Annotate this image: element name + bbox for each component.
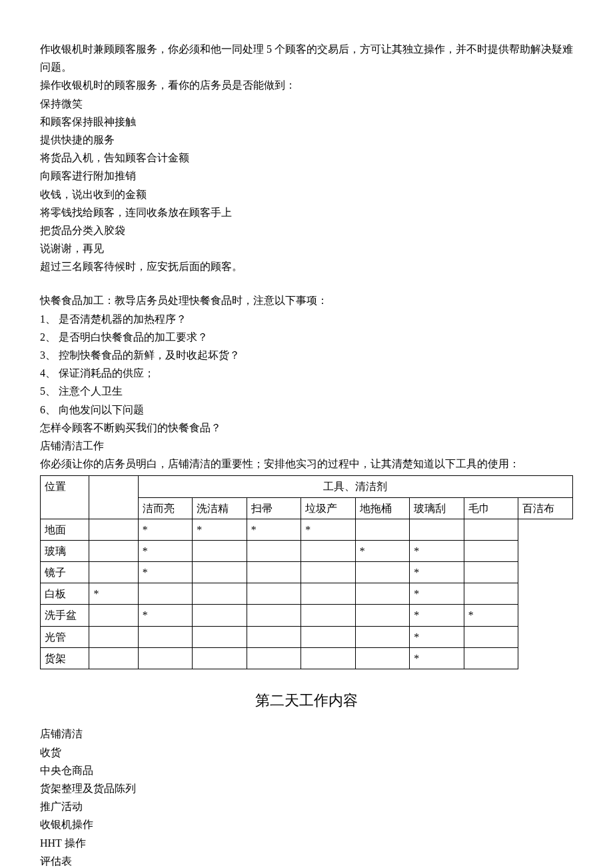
cell [193, 605, 247, 626]
body-text: 货架整理及货品陈列 [40, 779, 573, 797]
body-text: 把货品分类入胶袋 [40, 221, 573, 239]
cell [193, 562, 247, 583]
table-header-row: 位置 工具、清洁剂 [41, 476, 573, 497]
cell [89, 626, 138, 647]
cell: * [138, 540, 193, 561]
row-label: 地面 [41, 519, 89, 540]
cell [355, 626, 410, 647]
body-text: 将货品入机，告知顾客合计金额 [40, 149, 573, 167]
cell: * [410, 605, 464, 626]
body-text: 提供快捷的服务 [40, 131, 573, 149]
body-text: 超过三名顾客待候时，应安抚后面的顾客。 [40, 257, 573, 275]
cell [89, 562, 138, 583]
body-text: 推广活动 [40, 797, 573, 815]
cell: * [138, 562, 193, 583]
cell: * [138, 605, 193, 626]
cell [301, 562, 356, 583]
body-text: 保持微笑 [40, 95, 573, 113]
list-item: 3、 控制快餐食品的新鲜，及时收起坏货？ [40, 346, 573, 364]
cell [301, 647, 356, 669]
cell: * [410, 626, 464, 647]
col-tools: 工具、清洁剂 [138, 476, 572, 497]
body-text: 向顾客进行附加推销 [40, 167, 573, 185]
cell [247, 540, 301, 561]
cell: * [355, 540, 410, 561]
cell [464, 540, 518, 561]
row-label: 光管 [41, 626, 89, 647]
cell: * [138, 519, 193, 540]
row-label: 镜子 [41, 562, 89, 583]
body-text: 店铺清洁 [40, 725, 573, 743]
body-text: 店铺清洁工作 [40, 437, 573, 455]
col-empty [89, 476, 138, 519]
col-label: 扫帚 [247, 497, 301, 519]
cell [355, 583, 410, 605]
cell [355, 519, 410, 540]
body-text: 说谢谢，再见 [40, 239, 573, 257]
cell [247, 626, 301, 647]
cell [464, 647, 518, 669]
body-text: 怎样令顾客不断购买我们的快餐食品？ [40, 419, 573, 437]
cell [193, 626, 247, 647]
body-text: 你必须让你的店务员明白，店铺清洁的重要性；安排他实习的过程中，让其清楚知道以下工… [40, 455, 573, 473]
cell [464, 562, 518, 583]
col-label: 毛巾 [464, 497, 518, 519]
cell [464, 519, 518, 540]
row-label: 洗手盆 [41, 605, 89, 626]
table-row: 地面 * * * * [41, 519, 573, 540]
cell [247, 647, 301, 669]
body-text: 收货 [40, 743, 573, 761]
body-text: 操作收银机时的顾客服务，看你的店务员是否能做到： [40, 76, 573, 94]
cell [464, 583, 518, 605]
body-text: 作收银机时兼顾顾客服务，你必须和他一同处理 5 个顾客的交易后，方可让其独立操作… [40, 40, 573, 76]
cell [193, 583, 247, 605]
row-label: 玻璃 [41, 540, 89, 561]
cell [193, 647, 247, 669]
cell: * [247, 519, 301, 540]
cell [138, 626, 193, 647]
cell [247, 583, 301, 605]
tools-table: 位置 工具、清洁剂 洁而亮 洗洁精 扫帚 垃圾产 地拖桶 玻璃刮 毛巾 百洁布 … [40, 475, 573, 669]
table-row: 货架 * [41, 647, 573, 669]
cell [138, 583, 193, 605]
body-text: 收钱，说出收到的金额 [40, 185, 573, 203]
cell: * [410, 562, 464, 583]
table-row: 玻璃 * * * [41, 540, 573, 561]
list-item: 2、 是否明白快餐食品的加工要求？ [40, 328, 573, 346]
col-label: 地拖桶 [355, 497, 410, 519]
col-label: 洗洁精 [193, 497, 247, 519]
list-item: 1、 是否清楚机器的加热程序？ [40, 310, 573, 328]
cell [89, 647, 138, 669]
cell [193, 540, 247, 561]
col-position: 位置 [41, 476, 89, 519]
cell: * [464, 605, 518, 626]
list-item: 5、 注意个人卫生 [40, 382, 573, 400]
cell [247, 605, 301, 626]
cell: * [193, 519, 247, 540]
row-label: 货架 [41, 647, 89, 669]
col-label: 玻璃刮 [410, 497, 464, 519]
table-row: 白板 * * [41, 583, 573, 605]
cell [89, 519, 138, 540]
cell [247, 562, 301, 583]
table-row: 洗手盆 * * * [41, 605, 573, 626]
cell: * [89, 583, 138, 605]
cell [355, 605, 410, 626]
body-text: 评估表 [40, 852, 573, 868]
body-text: 中央仓商品 [40, 761, 573, 779]
body-text: HHT 操作 [40, 834, 573, 852]
list-item: 4、 保证消耗品的供应； [40, 364, 573, 382]
table-row: 镜子 * * [41, 562, 573, 583]
cell [301, 605, 356, 626]
row-label: 白板 [41, 583, 89, 605]
body-text: 收银机操作 [40, 815, 573, 833]
cell [301, 626, 356, 647]
body-text: 和顾客保持眼神接触 [40, 113, 573, 131]
cell [89, 605, 138, 626]
cell: * [410, 540, 464, 561]
cell [89, 540, 138, 561]
list-item: 6、 向他发问以下问题 [40, 401, 573, 419]
cell [301, 583, 356, 605]
cell [410, 519, 464, 540]
body-text: 将零钱找给顾客，连同收条放在顾客手上 [40, 203, 573, 221]
